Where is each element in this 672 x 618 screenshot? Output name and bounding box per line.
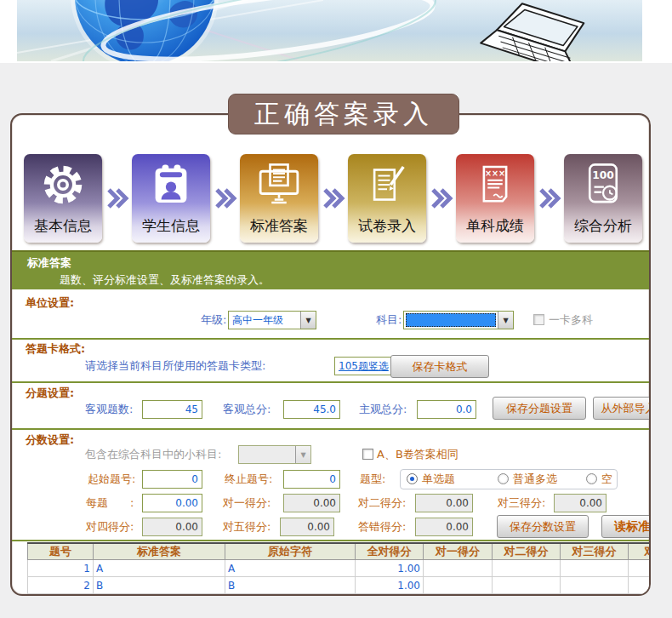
right3-input xyxy=(554,494,607,512)
grade-label: 年级: xyxy=(201,311,226,329)
unit-settings-label: 单位设置: xyxy=(26,295,74,311)
radio-multi-choice-label: 普通多选 xyxy=(513,470,557,489)
radio-multi-choice[interactable] xyxy=(498,473,509,484)
chevron-right-icon xyxy=(426,154,456,243)
right4-input xyxy=(142,518,202,536)
cell-standard-answer: B xyxy=(94,577,225,594)
main-panel: 基本信息 学生信息 xyxy=(10,113,651,596)
nav-item-basic-info[interactable]: 基本信息 xyxy=(24,154,102,243)
end-number-input[interactable] xyxy=(283,470,340,489)
section-header-title: 标准答案 xyxy=(27,255,71,271)
cell-standard-answer: A xyxy=(94,560,225,577)
subjective-score-label: 主观总分: xyxy=(359,400,407,419)
subject-dropdown[interactable]: ▼ xyxy=(403,311,514,329)
save-split-settings-button[interactable]: 保存分题设置 xyxy=(493,397,586,420)
section-divider xyxy=(12,338,649,340)
subjective-score-input[interactable] xyxy=(417,400,476,419)
column-header: 对一得分 xyxy=(424,543,493,560)
column-header: 题号 xyxy=(28,543,94,560)
column-header: 对三得分 xyxy=(561,543,629,560)
wrong-score-input xyxy=(415,518,473,536)
per-question-input[interactable] xyxy=(142,494,202,512)
student-card-icon xyxy=(147,161,195,209)
cell-question-no: 1 xyxy=(28,560,94,577)
multi-card-checkbox[interactable] xyxy=(533,314,544,325)
nav-item-standard-answer[interactable]: 标准答案 xyxy=(240,154,318,243)
chevron-right-icon xyxy=(534,154,564,243)
nav-item-student-info[interactable]: 学生信息 xyxy=(132,154,210,243)
right2-input xyxy=(415,494,473,512)
sub-subject-label: 包含在综合科目中的小科目: xyxy=(85,445,221,464)
radio-single-choice[interactable] xyxy=(407,473,418,484)
right1-input xyxy=(283,494,340,512)
chevron-down-icon: ▼ xyxy=(295,446,310,463)
question-type-label: 题型: xyxy=(360,470,385,489)
nav-item-label: 综合分析 xyxy=(574,216,632,236)
gear-icon xyxy=(39,161,87,209)
objective-count-label: 客观题数: xyxy=(85,400,133,419)
save-card-format-button[interactable]: 保存卡格式 xyxy=(390,355,489,378)
right3-label: 对三得分: xyxy=(498,494,545,512)
cell-right4 xyxy=(629,577,652,594)
nav-item-label: 试卷录入 xyxy=(358,216,416,236)
column-header: 对四得分 xyxy=(629,543,652,560)
section-header-bar: 标准答案 题数、评分标准设置、及标准答案的录入。 xyxy=(12,250,649,289)
cell-question-no: 2 xyxy=(28,577,94,594)
cell-right3 xyxy=(561,577,629,594)
document-pencil-icon xyxy=(363,161,411,209)
nav-item-label: 标准答案 xyxy=(250,216,308,236)
per-question-label: 每题 : xyxy=(86,494,134,512)
nav-item-paper-entry[interactable]: 试卷录入 xyxy=(348,154,426,243)
cell-right2 xyxy=(493,560,561,577)
chevron-down-icon[interactable]: ▼ xyxy=(300,312,316,329)
table-row[interactable]: 2 B B 1.00 xyxy=(28,577,652,594)
nav-bar: 基本信息 学生信息 xyxy=(24,154,642,244)
start-number-label: 起始题号: xyxy=(88,470,135,489)
page: 正确答案录入 基本信息 xyxy=(0,0,672,618)
objective-score-input[interactable] xyxy=(283,400,340,419)
read-standard-answer-button[interactable]: 读标准答案 xyxy=(601,515,651,538)
table-row[interactable]: 1 A A 1.00 xyxy=(28,560,652,577)
right5-label: 对五得分: xyxy=(223,518,271,536)
grade-dropdown[interactable]: 高中一年级 ▼ xyxy=(228,311,316,329)
answer-table: 题号 标准答案 原始字符 全对得分 对一得分 对二得分 对三得分 对四得分 1 … xyxy=(27,542,651,596)
column-header: 原始字符 xyxy=(225,543,356,560)
nav-item-subject-score[interactable]: ××× 单科成绩 xyxy=(456,154,534,243)
objective-count-input[interactable] xyxy=(142,400,202,419)
chevron-down-icon[interactable]: ▼ xyxy=(498,312,513,329)
section-divider xyxy=(12,428,649,430)
column-header: 全对得分 xyxy=(356,543,424,560)
page-title: 正确答案录入 xyxy=(228,94,459,134)
card-format-label: 答题卡格式: xyxy=(26,341,85,357)
import-external-button[interactable]: 从外部导入格式 xyxy=(593,397,651,420)
radio-empty-label: 空 xyxy=(601,470,612,489)
score-settings-label: 分数设置: xyxy=(26,432,74,448)
cell-right4 xyxy=(629,560,652,577)
split-settings-label: 分题设置: xyxy=(26,386,74,401)
cell-raw-chars: B xyxy=(225,577,356,594)
subject-dropdown-selection xyxy=(406,313,496,327)
wrong-score-label: 答错得分: xyxy=(358,518,406,536)
card-type-label: 请选择当前科目所使用的答题卡类型: xyxy=(85,357,265,375)
grade-dropdown-value: 高中一年级 xyxy=(229,313,300,328)
answer-table-header-row: 题号 标准答案 原始字符 全对得分 对一得分 对二得分 对三得分 对四得分 xyxy=(28,543,652,560)
banner-art xyxy=(17,0,642,61)
nav-item-label: 学生信息 xyxy=(142,216,200,236)
score-sheet-icon: ××× xyxy=(471,161,519,209)
right5-input xyxy=(280,518,334,536)
sub-subject-dropdown: ▼ xyxy=(238,445,311,464)
nav-item-label: 基本信息 xyxy=(34,216,92,236)
start-number-input[interactable] xyxy=(142,470,202,489)
nav-item-analysis[interactable]: 100 综合分析 xyxy=(564,154,642,243)
cell-right1 xyxy=(424,577,493,594)
radio-empty[interactable] xyxy=(586,473,597,484)
save-score-settings-button[interactable]: 保存分数设置 xyxy=(497,515,589,538)
ab-same-checkbox[interactable] xyxy=(362,449,373,460)
radio-single-choice-label: 单选题 xyxy=(422,470,455,489)
section-header-subtitle: 题数、评分标准设置、及标准答案的录入。 xyxy=(60,272,270,288)
right2-label: 对二得分: xyxy=(358,494,406,512)
end-number-label: 终止题号: xyxy=(225,470,272,489)
cell-right2 xyxy=(493,577,561,594)
cell-right1 xyxy=(424,560,493,577)
right1-label: 对一得分: xyxy=(223,494,271,512)
